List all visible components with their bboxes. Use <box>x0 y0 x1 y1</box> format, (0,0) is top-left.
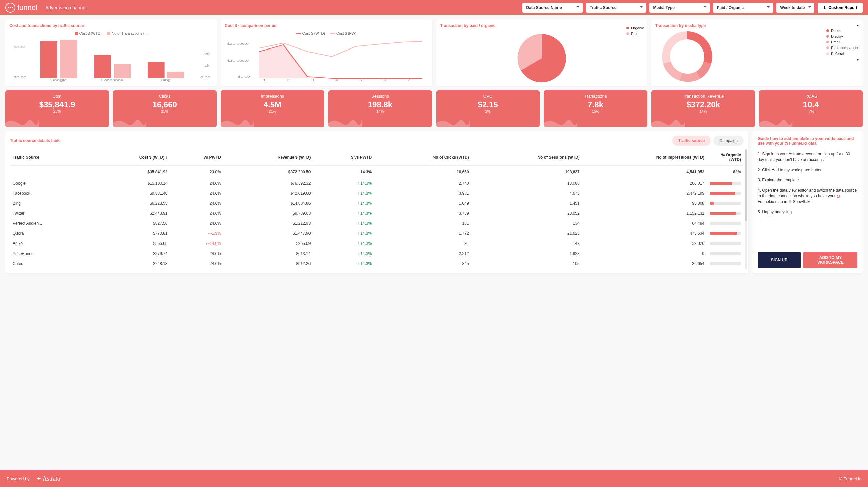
filter-traffic-source[interactable]: Traffic Source <box>586 3 646 13</box>
svg-text:2: 2 <box>287 78 290 82</box>
filter-paid-organic[interactable]: Paid / Organic <box>713 3 773 13</box>
column-header[interactable]: % Organic (WTD) <box>707 149 744 166</box>
brand-name: funnel <box>18 3 37 12</box>
column-header[interactable]: No of Clicks (WTD) <box>374 149 471 166</box>
table-row[interactable]: Facebook$9,381.4024.6%$42,619.6014.3%3,9… <box>10 188 744 198</box>
svg-text:1: 1 <box>263 78 266 82</box>
guide-step: 5. Happy analysing. <box>758 209 857 215</box>
kpi-pct: 14% <box>655 109 752 113</box>
tab-traffic-source[interactable]: Traffic source <box>673 136 711 146</box>
kpi-pct: -7% <box>763 109 859 113</box>
kpi-pct: 21% <box>224 109 321 113</box>
table-row[interactable]: Perfect Audien...$827.5624.6%$1,212.9314… <box>10 219 744 228</box>
table-scrollbar[interactable] <box>745 149 747 269</box>
column-header[interactable]: No of Impressions (WTD) <box>582 149 707 166</box>
tab-campaign[interactable]: Campaign <box>713 136 744 146</box>
chart-cost-transactions: Cost and transactions by traffic source … <box>5 20 217 86</box>
kpi-value: 4.5M <box>224 100 321 109</box>
astrato-icon: ✦ <box>36 475 41 482</box>
svg-rect-8 <box>114 64 131 78</box>
svg-text:4: 4 <box>336 78 338 82</box>
kpi-pct: 23% <box>9 109 105 113</box>
column-header[interactable]: vs PWTD <box>170 149 224 166</box>
table-row[interactable]: Quora$770.81-1.9%$1,447.9014.3%1,77221,6… <box>10 228 744 238</box>
kpi-card: Cost $35,841.9 23% <box>5 90 109 127</box>
astrato-logo: ✦Astrato <box>36 475 61 482</box>
kpi-pct: 2% <box>439 109 536 113</box>
kpi-label: Cost <box>9 94 105 99</box>
kpi-label: ROAS <box>763 94 859 99</box>
table-row[interactable]: Twitter$2,443.9124.6%$9,789.6314.3%3,789… <box>10 208 744 219</box>
filter-data-source[interactable]: Data Source Name <box>522 3 583 13</box>
kpi-value: 10.4 <box>763 100 859 109</box>
guide-step: 4. Open the data view editor and switch … <box>758 188 857 204</box>
brand-logo: funnel <box>5 3 37 13</box>
svg-text:$20,000.0: $20,000.0 <box>227 42 249 46</box>
kpi-pct: 14% <box>332 109 429 113</box>
kpi-card: Clicks 16,660 21% <box>113 90 217 127</box>
kpi-value: 16,660 <box>116 100 213 109</box>
column-header[interactable]: Traffic Source <box>10 149 92 166</box>
kpi-card: Tranactions 7.8k 15% <box>544 90 647 127</box>
kpi-label: Tranactions <box>547 94 644 99</box>
svg-rect-10 <box>167 71 185 78</box>
table-row[interactable]: Criteo$248.1324.6%$912.2614.3%84510536,6… <box>10 259 744 268</box>
chart-transaction-paid-organic: Transaction by paid / organic Organic Pa… <box>436 20 647 86</box>
signup-button[interactable]: SIGN UP <box>758 252 801 268</box>
page-title: Advertising channel <box>45 5 86 10</box>
table-row[interactable]: PriceRunner$279.7424.6%$613.1414.3%2,212… <box>10 249 744 259</box>
svg-text:$0.00: $0.00 <box>14 76 27 79</box>
svg-text:3: 3 <box>311 78 314 82</box>
svg-text:Facebook: Facebook <box>101 78 124 82</box>
table-tab-toggle: Traffic source Campaign <box>673 136 744 146</box>
filter-date-range[interactable]: Week to date <box>776 3 814 13</box>
kpi-pct: 15% <box>547 109 644 113</box>
table-row[interactable]: AdRoll$566.68-14.8%$956.0914.3%9114239,0… <box>10 238 744 249</box>
svg-text:2k: 2k <box>204 52 210 56</box>
kpi-card: Impressions 4.5M 21% <box>221 90 324 127</box>
column-header[interactable]: Cost $ (WTD) ↓ <box>92 149 170 166</box>
add-workspace-button[interactable]: ADD TO MY WORKSPACE <box>804 252 857 268</box>
logo-icon <box>5 3 16 13</box>
filter-media-type[interactable]: Media Type <box>649 3 710 13</box>
kpi-label: Clicks <box>116 94 213 99</box>
kpi-label: Transaction Revenue <box>655 94 752 99</box>
kpi-row: Cost $35,841.9 23% Clicks 16,660 21% Imp… <box>5 90 863 127</box>
kpi-value: $372.20k <box>655 100 752 109</box>
table-row[interactable]: Google$15,100.1424.6%$76,392.3214.3%2,74… <box>10 178 744 188</box>
svg-rect-5 <box>40 41 58 78</box>
column-header[interactable]: No of Sessions (WTD) <box>472 149 582 166</box>
kpi-card: CPC $2.15 2% <box>436 90 540 127</box>
table-row[interactable]: Bing$6,223.5524.6%$14,804.8614.3%1,0491,… <box>10 198 744 208</box>
svg-text:$0.00: $0.00 <box>238 75 250 78</box>
kpi-card: ROAS 10.4 -7% <box>759 90 863 127</box>
chart-transaction-media-type: Transaction by media type ▲ Direct Displ… <box>651 20 863 86</box>
svg-text:$10k: $10k <box>14 46 25 49</box>
svg-text:Bing: Bing <box>161 78 171 82</box>
kpi-label: Impressions <box>224 94 321 99</box>
column-header[interactable]: Revenue $ (WTD) <box>224 149 313 166</box>
kpi-value: $35,841.9 <box>9 100 105 109</box>
download-icon: ⬇ <box>823 5 826 10</box>
kpi-label: CPC <box>439 94 536 99</box>
traffic-table: Traffic SourceCost $ (WTD) ↓vs PWTDReven… <box>10 149 744 268</box>
scroll-up-icon[interactable]: ▲ <box>856 23 859 27</box>
guide-card: Guide how to add template to your worksp… <box>752 131 863 273</box>
table-total-row: $35,841.9223.0%$372,200.5014.3%16,660198… <box>10 166 744 179</box>
kpi-card: Sessions 198.8k 14% <box>328 90 432 127</box>
svg-text:0.00: 0.00 <box>200 76 210 79</box>
kpi-card: Transaction Revenue $372.20k 14% <box>651 90 755 127</box>
custom-report-button[interactable]: ⬇Custom Report <box>817 3 863 13</box>
scroll-down-icon[interactable]: ▼ <box>856 58 859 61</box>
copyright: © Funnel.io <box>839 476 861 481</box>
header: funnel Advertising channel Data Source N… <box>0 0 868 16</box>
svg-text:$10,000.0: $10,000.0 <box>227 59 249 62</box>
traffic-table-card: Traffic source details table Traffic sou… <box>5 131 748 273</box>
column-header[interactable]: $ vs PWTD <box>313 149 374 166</box>
svg-text:7: 7 <box>408 78 410 82</box>
svg-text:1k: 1k <box>204 64 210 67</box>
kpi-label: Sessions <box>332 94 429 99</box>
guide-step: 3. Explore the template <box>758 177 857 183</box>
guide-step: 1. Sign in to your Astrato account or si… <box>758 151 857 163</box>
chart-cost-comparison: Cost $ - comparison period Cost $ (WTD) … <box>221 20 432 86</box>
